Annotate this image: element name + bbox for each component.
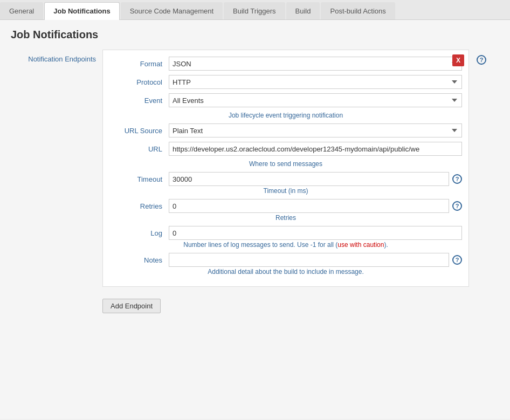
notes-hint: Additional detail about the build to inc… xyxy=(109,268,462,276)
log-hint: Number lines of log messages to send. Us… xyxy=(109,241,462,249)
protocol-select[interactable]: HTTP HTTPS TCP UDP xyxy=(169,75,462,89)
protocol-label: Protocol xyxy=(109,78,169,86)
tab-job-notifications[interactable]: Job Notifications xyxy=(44,2,119,20)
url-source-row: URL Source Plain Text Parameter Expressi… xyxy=(109,123,462,137)
section-label: Notification Endpoints xyxy=(11,50,102,63)
notes-control xyxy=(169,253,449,267)
protocol-row: Protocol HTTP HTTPS TCP UDP xyxy=(109,75,462,89)
tab-build-triggers[interactable]: Build Triggers xyxy=(224,2,285,19)
timeout-help-icon[interactable]: ? xyxy=(452,174,462,184)
tab-build[interactable]: Build xyxy=(286,2,320,19)
tab-general[interactable]: General xyxy=(0,2,43,19)
log-input[interactable] xyxy=(169,226,462,240)
format-row: Format JSON XML Plain Text xyxy=(109,57,462,71)
timeout-hint: Timeout (in ms) xyxy=(109,187,462,195)
notes-label: Notes xyxy=(109,256,169,264)
add-endpoint-button[interactable]: Add Endpoint xyxy=(102,299,161,313)
timeout-label: Timeout xyxy=(109,175,169,183)
retries-help-icon[interactable]: ? xyxy=(452,201,462,211)
protocol-control: HTTP HTTPS TCP UDP xyxy=(169,75,462,89)
notes-input[interactable] xyxy=(169,253,449,267)
event-row: Event All Events Job Started Job Complet… xyxy=(109,93,462,107)
url-source-select[interactable]: Plain Text Parameter Expression xyxy=(169,123,462,137)
outer-help-area: ? xyxy=(473,50,486,65)
retries-row: Retries ? xyxy=(109,199,462,213)
add-endpoint-area: Add Endpoint xyxy=(102,292,499,313)
event-select[interactable]: All Events Job Started Job Completed Job… xyxy=(169,93,462,107)
url-label: URL xyxy=(109,145,169,153)
url-row: URL xyxy=(109,142,462,156)
retries-hint: Retries xyxy=(109,214,462,222)
notes-help-icon[interactable]: ? xyxy=(452,255,462,265)
page-content: Job Notifications Notification Endpoints… xyxy=(0,20,510,419)
notification-endpoints-section: Notification Endpoints X Format JSON XML… xyxy=(11,50,499,287)
tab-bar: General Job Notifications Source Code Ma… xyxy=(0,0,510,20)
tab-source-code-management[interactable]: Source Code Management xyxy=(121,2,223,19)
format-control: JSON XML Plain Text xyxy=(169,57,462,71)
url-input[interactable] xyxy=(169,142,462,156)
log-hint-caution: use with caution xyxy=(337,241,384,249)
event-control: All Events Job Started Job Completed Job… xyxy=(169,93,462,107)
timeout-control xyxy=(169,172,449,186)
url-hint: Where to send messages xyxy=(109,160,462,168)
endpoint-box: X Format JSON XML Plain Text Protocol H xyxy=(102,50,469,287)
close-endpoint-button[interactable]: X xyxy=(452,54,464,66)
log-hint-before: Number lines of log messages to send. Us… xyxy=(183,241,337,249)
url-control xyxy=(169,142,462,156)
retries-label: Retries xyxy=(109,202,169,210)
log-control xyxy=(169,226,462,240)
url-source-label: URL Source xyxy=(109,127,169,135)
log-hint-after: ). xyxy=(384,241,388,249)
event-label: Event xyxy=(109,97,169,105)
log-row: Log xyxy=(109,226,462,240)
log-label: Log xyxy=(109,229,169,237)
retries-control xyxy=(169,199,449,213)
format-select[interactable]: JSON XML Plain Text xyxy=(169,57,462,71)
timeout-input[interactable] xyxy=(169,172,449,186)
timeout-row: Timeout ? xyxy=(109,172,462,186)
notes-row: Notes ? xyxy=(109,253,462,267)
section-help-icon[interactable]: ? xyxy=(477,55,486,65)
url-source-control: Plain Text Parameter Expression xyxy=(169,123,462,137)
format-label: Format xyxy=(109,60,169,68)
retries-input[interactable] xyxy=(169,199,449,213)
page-title: Job Notifications xyxy=(11,29,499,41)
tab-post-build-actions[interactable]: Post-build Actions xyxy=(321,2,395,19)
event-hint: Job lifecycle event triggering notificat… xyxy=(109,112,462,119)
